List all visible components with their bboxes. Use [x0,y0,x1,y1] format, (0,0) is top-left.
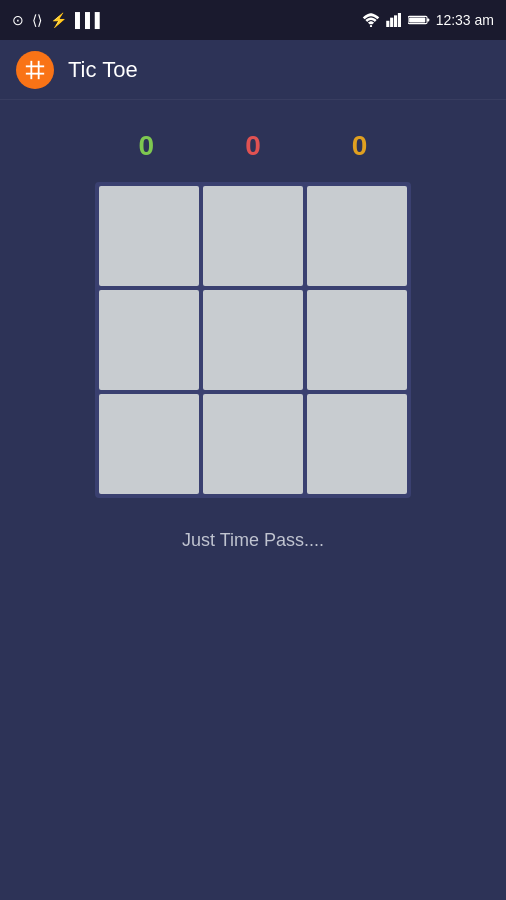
signal-icon [386,13,402,27]
status-bar-left: ⊙ ⟨⟩ ⚡ ▌▌▌ [12,12,105,28]
app-logo [16,51,54,89]
score-row: 0 0 0 [93,130,413,162]
usb-icon: ⚡ [50,12,67,28]
notification-icon: ⊙ [12,12,24,28]
cell-2[interactable] [307,186,407,286]
game-grid [95,182,411,498]
status-bar: ⊙ ⟨⟩ ⚡ ▌▌▌ 12:33 am [0,0,506,40]
time-display: 12:33 am [436,12,494,28]
cell-5[interactable] [307,290,407,390]
code-icon: ⟨⟩ [32,12,42,28]
barcode-icon: ▌▌▌ [75,12,105,28]
cell-4[interactable] [203,290,303,390]
cell-6[interactable] [99,394,199,494]
cell-8[interactable] [307,394,407,494]
svg-point-0 [370,25,372,27]
status-message: Just Time Pass.... [182,530,324,551]
score-player3: 0 [352,130,368,162]
battery-icon [408,14,430,26]
cell-1[interactable] [203,186,303,286]
score-player1: 0 [139,130,155,162]
app-title: Tic Toe [68,57,138,83]
cell-0[interactable] [99,186,199,286]
svg-rect-1 [386,21,389,27]
app-bar: Tic Toe [0,40,506,100]
svg-rect-2 [390,18,393,27]
wifi-icon [362,13,380,27]
svg-rect-4 [398,13,401,27]
status-bar-right: 12:33 am [362,12,494,28]
svg-rect-7 [409,17,425,22]
cell-7[interactable] [203,394,303,494]
svg-rect-3 [394,15,397,27]
score-player2: 0 [245,130,261,162]
cell-3[interactable] [99,290,199,390]
main-content: 0 0 0 Just Time Pass.... [0,100,506,551]
svg-rect-6 [427,19,429,22]
